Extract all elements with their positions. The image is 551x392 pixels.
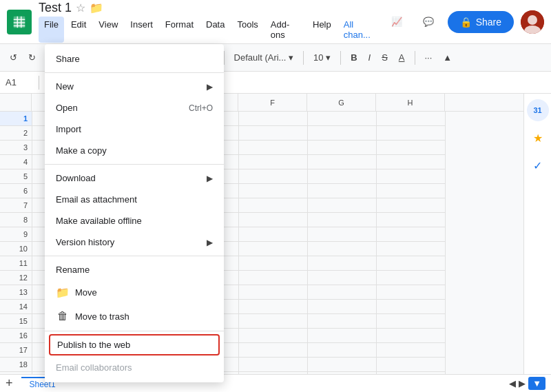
row-num-11[interactable]: 11 (0, 256, 32, 271)
cell[interactable] (239, 314, 308, 329)
scroll-left-button[interactable]: ◀ (509, 378, 516, 389)
cell[interactable] (308, 285, 377, 300)
undo-button[interactable]: ↺ (6, 50, 21, 65)
more-options-button[interactable]: ··· (421, 50, 437, 65)
row-num-9[interactable]: 9 (0, 227, 32, 242)
col-header-g[interactable]: G (307, 94, 376, 111)
cell[interactable] (239, 213, 308, 227)
scroll-right-button[interactable]: ▶ (519, 378, 526, 389)
cell[interactable] (308, 184, 377, 198)
cell[interactable] (308, 329, 377, 343)
row-num-2[interactable]: 2 (0, 126, 32, 141)
cell[interactable] (239, 227, 308, 242)
row-num-18[interactable]: 18 (0, 358, 32, 372)
cell[interactable] (308, 213, 377, 227)
cell[interactable] (239, 141, 308, 155)
cell[interactable] (239, 112, 308, 126)
menu-item-publish-web[interactable]: Publish to the web (49, 334, 220, 355)
cell[interactable] (308, 112, 377, 126)
star-panel-icon[interactable]: ★ (527, 127, 549, 149)
cell[interactable] (377, 141, 446, 155)
menu-allchan[interactable]: All chan... (338, 17, 384, 43)
cell[interactable] (377, 184, 446, 198)
cell[interactable] (239, 300, 308, 314)
cell[interactable] (377, 198, 446, 213)
cell[interactable] (308, 300, 377, 314)
activity-icon[interactable]: 📈 (384, 10, 409, 34)
row-num-6[interactable]: 6 (0, 184, 32, 198)
cell[interactable] (239, 271, 308, 285)
cell[interactable] (239, 285, 308, 300)
menu-item-move-trash[interactable]: 🗑 Move to trash (45, 305, 224, 328)
col-header-f[interactable]: F (238, 94, 307, 111)
share-button[interactable]: 🔒 Share (448, 11, 514, 33)
comment-icon[interactable]: 💬 (416, 10, 441, 34)
menu-item-make-copy[interactable]: Make a copy (45, 140, 224, 161)
row-num-3[interactable]: 3 (0, 141, 32, 155)
doc-title[interactable]: Test 1 (39, 1, 72, 15)
cell[interactable] (308, 242, 377, 256)
row-num-16[interactable]: 16 (0, 329, 32, 343)
row-num-12[interactable]: 12 (0, 271, 32, 285)
menu-item-new[interactable]: New ▶ (45, 76, 224, 97)
bold-button[interactable]: B (346, 50, 361, 65)
font-size-selector[interactable]: 10 ▾ (309, 50, 335, 65)
menu-item-move[interactable]: 📁 Move (45, 280, 224, 305)
cell[interactable] (377, 126, 446, 141)
menu-item-offline[interactable]: Make available offline (45, 210, 224, 231)
cell[interactable] (377, 343, 446, 358)
cell[interactable] (308, 314, 377, 329)
row-num-15[interactable]: 15 (0, 314, 32, 329)
cell[interactable] (377, 285, 446, 300)
cell[interactable] (377, 242, 446, 256)
collapse-toolbar-button[interactable]: ▲ (439, 50, 456, 65)
menu-view[interactable]: View (93, 17, 123, 43)
underline-button[interactable]: A (395, 50, 409, 65)
menu-addons[interactable]: Add-ons (265, 17, 306, 43)
cell[interactable] (308, 358, 377, 372)
cell[interactable] (308, 256, 377, 271)
menu-item-download[interactable]: Download ▶ (45, 167, 224, 189)
menu-data[interactable]: Data (200, 17, 230, 43)
cell[interactable] (239, 343, 308, 358)
col-header-h[interactable]: H (376, 94, 445, 111)
cell[interactable] (308, 227, 377, 242)
row-num-13[interactable]: 13 (0, 285, 32, 300)
cell[interactable] (308, 343, 377, 358)
add-sheet-button[interactable]: + (6, 376, 13, 391)
menu-item-open[interactable]: Open Ctrl+O (45, 97, 224, 118)
cell[interactable] (377, 213, 446, 227)
cell[interactable] (239, 169, 308, 184)
cell-reference[interactable]: A1 (6, 77, 33, 87)
menu-insert[interactable]: Insert (125, 17, 158, 43)
cell[interactable] (377, 358, 446, 372)
cell[interactable] (239, 126, 308, 141)
menu-format[interactable]: Format (160, 17, 199, 43)
folder-icon[interactable]: 📁 (90, 1, 103, 14)
cell[interactable] (377, 256, 446, 271)
cell[interactable] (239, 155, 308, 169)
menu-item-version-history[interactable]: Version history ▶ (45, 231, 224, 253)
cell[interactable] (239, 329, 308, 343)
row-num-8[interactable]: 8 (0, 213, 32, 227)
cell[interactable] (308, 169, 377, 184)
row-num-17[interactable]: 17 (0, 343, 32, 358)
menu-item-email-attachment[interactable]: Email as attachment (45, 189, 224, 210)
arrow-down-button[interactable]: ▼ (528, 377, 545, 390)
row-num-14[interactable]: 14 (0, 300, 32, 314)
italic-button[interactable]: I (364, 50, 375, 65)
check-panel-icon[interactable]: ✓ (527, 154, 549, 176)
row-num-10[interactable]: 10 (0, 242, 32, 256)
cell[interactable] (308, 141, 377, 155)
font-selector[interactable]: Default (Ari... ▾ (230, 50, 298, 65)
cell[interactable] (239, 198, 308, 213)
menu-item-share[interactable]: Share (45, 48, 224, 70)
calendar-icon[interactable]: 31 (527, 99, 549, 121)
cell[interactable] (308, 155, 377, 169)
cell[interactable] (377, 227, 446, 242)
menu-item-email-collaborators[interactable]: Email collaborators (45, 357, 224, 378)
cell[interactable] (377, 155, 446, 169)
row-num-5[interactable]: 5 (0, 169, 32, 184)
strikethrough-button[interactable]: S (377, 50, 392, 65)
cell[interactable] (239, 184, 308, 198)
